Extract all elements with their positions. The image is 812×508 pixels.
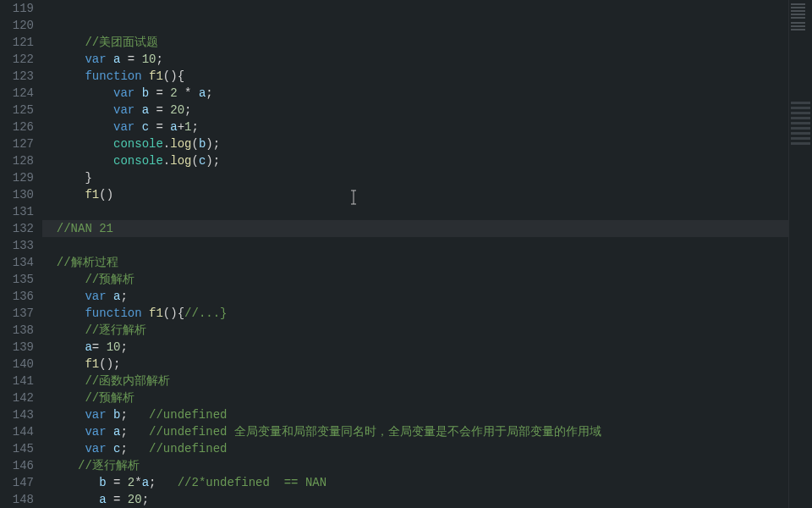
line-number: 142 <box>0 389 34 406</box>
code-line[interactable]: a= 10; <box>42 339 788 356</box>
line-number: 126 <box>0 119 34 135</box>
line-number: 136 <box>0 288 34 305</box>
line-number: 135 <box>0 271 34 288</box>
code-line[interactable] <box>42 17 788 34</box>
line-number: 141 <box>0 373 34 389</box>
code-line[interactable]: //预解析 <box>42 389 788 406</box>
code-line[interactable]: //美团面试题 <box>42 34 788 51</box>
line-number: 124 <box>0 85 34 102</box>
line-number: 146 <box>0 457 34 474</box>
line-number: 120 <box>0 17 34 34</box>
line-number: 145 <box>0 440 34 457</box>
line-number: 133 <box>0 237 34 254</box>
code-line[interactable] <box>42 203 788 220</box>
code-line[interactable]: f1() <box>42 186 788 203</box>
code-line[interactable]: //NAN 21 <box>42 220 788 237</box>
code-line[interactable]: console.log(c); <box>42 152 788 169</box>
line-number: 134 <box>0 254 34 271</box>
line-number: 131 <box>0 203 34 220</box>
code-line[interactable]: var a; //undefined 全局变量和局部变量同名时，全局变量是不会作… <box>42 423 788 440</box>
code-line[interactable] <box>42 237 788 254</box>
code-line[interactable]: //逐行解析 <box>42 322 788 339</box>
line-number: 121 <box>0 34 34 51</box>
code-line[interactable] <box>42 0 788 17</box>
code-line[interactable]: var a = 10; <box>42 51 788 68</box>
line-number: 127 <box>0 135 34 152</box>
line-number: 147 <box>0 474 34 491</box>
line-number: 139 <box>0 339 34 356</box>
line-number: 148 <box>0 491 34 508</box>
code-line[interactable]: var b = 2 * a; <box>42 85 788 102</box>
code-line[interactable]: //逐行解析 <box>42 457 788 474</box>
line-number: 125 <box>0 102 34 119</box>
code-line[interactable]: var b; //undefined <box>42 406 788 423</box>
code-line[interactable]: function f1(){ <box>42 68 788 85</box>
line-number: 144 <box>0 423 34 440</box>
code-line[interactable]: a = 20; <box>42 491 788 508</box>
line-number: 119 <box>0 0 34 17</box>
code-line[interactable]: //函数内部解析 <box>42 373 788 389</box>
line-number-gutter: 1191201211221231241251261271281291301311… <box>0 0 42 508</box>
line-number: 129 <box>0 169 34 186</box>
line-number: 138 <box>0 322 34 339</box>
code-line[interactable]: var c = a+1; <box>42 119 788 135</box>
line-number: 137 <box>0 305 34 322</box>
code-line[interactable]: function f1(){//...} <box>42 305 788 322</box>
code-line[interactable]: console.log(b); <box>42 135 788 152</box>
code-line[interactable]: var a = 20; <box>42 102 788 119</box>
line-number: 128 <box>0 152 34 169</box>
line-number: 130 <box>0 186 34 203</box>
code-line[interactable]: var c; //undefined <box>42 440 788 457</box>
line-number: 123 <box>0 68 34 85</box>
code-line[interactable]: b = 2*a; //2*undefined == NAN <box>42 474 788 491</box>
code-editor[interactable]: //美团面试题 var a = 10; function f1(){ var b… <box>42 0 788 508</box>
line-number: 143 <box>0 406 34 423</box>
code-line[interactable]: //解析过程 <box>42 254 788 271</box>
code-line[interactable]: //预解析 <box>42 271 788 288</box>
line-number: 140 <box>0 356 34 373</box>
code-line[interactable]: f1(); <box>42 356 788 373</box>
code-line[interactable]: } <box>42 169 788 186</box>
minimap[interactable] <box>788 0 812 508</box>
code-line[interactable]: var a; <box>42 288 788 305</box>
line-number: 122 <box>0 51 34 68</box>
line-number: 132 <box>0 220 34 237</box>
